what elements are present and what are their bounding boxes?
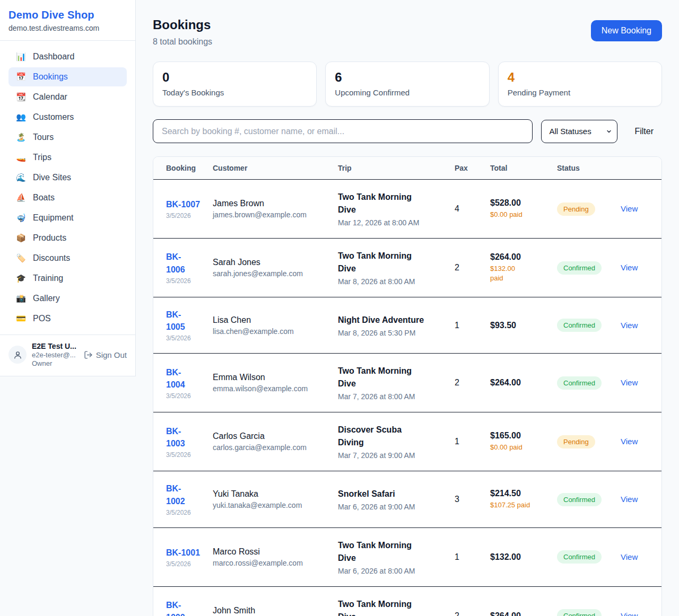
pax-count: 1 bbox=[455, 437, 459, 446]
user-role: Owner bbox=[32, 359, 79, 367]
booking-id-link[interactable]: BK-1007 bbox=[166, 200, 200, 209]
status-filter-select[interactable]: All Statuses bbox=[541, 120, 617, 143]
nav-item-icon: ⛵ bbox=[16, 193, 26, 203]
table-row: BK-1002 3/5/2026 Yuki Tanaka yuki.tanaka… bbox=[153, 471, 662, 527]
customer-email: emma.wilson@example.com bbox=[213, 384, 333, 393]
trip-name: Two Tank Morning Dive bbox=[338, 598, 427, 616]
booking-date: 3/5/2026 bbox=[166, 335, 207, 342]
customer-name: Yuki Tanaka bbox=[213, 489, 333, 499]
bookings-table: BookingCustomerTripPaxTotalStatus BK-100… bbox=[153, 157, 662, 616]
nav-item-label: Calendar bbox=[33, 92, 67, 102]
booking-id-link[interactable]: BK-1001 bbox=[166, 548, 200, 557]
user-name: E2E Test U... bbox=[32, 342, 79, 350]
nav-item-label: Tours bbox=[33, 133, 54, 142]
nav-item-icon: 👥 bbox=[16, 112, 26, 122]
table-row: BK-1007 3/5/2026 James Brown james.brown… bbox=[153, 180, 662, 239]
trip-datetime: Mar 8, 2026 at 5:30 PM bbox=[338, 329, 449, 337]
booking-id-link[interactable]: BK-1003 bbox=[166, 425, 189, 450]
nav-item-label: Products bbox=[33, 233, 66, 243]
page-header: Bookings 8 total bookings New Booking bbox=[153, 17, 662, 47]
sidebar-item-dashboard[interactable]: 📊 Dashboard bbox=[8, 47, 127, 66]
pax-count: 1 bbox=[455, 321, 459, 330]
stat-card-pending-payment: 4 Pending Payment bbox=[498, 61, 662, 107]
view-link[interactable]: View bbox=[621, 495, 638, 504]
sidebar-item-boats[interactable]: ⛵ Boats bbox=[8, 188, 127, 207]
view-link[interactable]: View bbox=[621, 378, 638, 387]
total-amount: $264.00 bbox=[490, 252, 552, 262]
user-email: e2e-tester@... bbox=[32, 351, 79, 359]
booking-id-link[interactable]: BK-1005 bbox=[166, 309, 189, 333]
customer-email: marco.rossi@example.com bbox=[213, 559, 333, 567]
nav-item-label: Boats bbox=[33, 193, 55, 203]
booking-id-link[interactable]: BK-1006 bbox=[166, 251, 189, 275]
booking-date: 3/5/2026 bbox=[166, 392, 207, 400]
booking-date: 3/5/2026 bbox=[166, 451, 207, 459]
booking-date: 3/5/2026 bbox=[166, 509, 207, 516]
nav-item-icon: 💳 bbox=[16, 314, 26, 323]
column-header-status: Status bbox=[557, 157, 621, 180]
status-badge: Confirmed bbox=[557, 261, 602, 275]
sidebar-item-training[interactable]: 🎓 Training bbox=[8, 269, 127, 288]
user-box: E2E Test U... e2e-tester@... Owner Sign … bbox=[0, 335, 135, 376]
sidebar-item-dive-sites[interactable]: 🌊 Dive Sites bbox=[8, 168, 127, 187]
table-row: BK-1006 3/5/2026 Sarah Jones sarah.jones… bbox=[153, 239, 662, 297]
stat-label: Upcoming Confirmed bbox=[335, 88, 480, 97]
sign-out-label: Sign Out bbox=[96, 350, 127, 359]
status-badge: Pending bbox=[557, 203, 595, 216]
customer-email: james.brown@example.com bbox=[213, 210, 333, 219]
view-link[interactable]: View bbox=[621, 321, 638, 330]
trip-name: Snorkel Safari bbox=[338, 488, 427, 500]
nav-item-icon: 📆 bbox=[16, 92, 26, 102]
nav-item-label: Customers bbox=[33, 112, 74, 122]
total-amount: $264.00 bbox=[490, 378, 552, 388]
nav-item-label: POS bbox=[33, 314, 51, 323]
pax-count: 4 bbox=[455, 204, 459, 213]
status-badge: Confirmed bbox=[557, 493, 602, 506]
sidebar-item-pos[interactable]: 💳 POS bbox=[8, 309, 127, 328]
sidebar-item-bookings[interactable]: 📅 Bookings bbox=[8, 67, 127, 86]
sidebar-item-tours[interactable]: 🏝️ Tours bbox=[8, 128, 127, 147]
stat-value: 0 bbox=[162, 70, 307, 85]
sidebar: Demo Dive Shop demo.test.divestreams.com… bbox=[0, 0, 136, 376]
column-header-total: Total bbox=[490, 157, 557, 180]
search-input[interactable] bbox=[153, 119, 533, 143]
sidebar-item-trips[interactable]: 🚤 Trips bbox=[8, 148, 127, 167]
booking-id-link[interactable]: BK-1002 bbox=[166, 482, 189, 507]
pax-count: 2 bbox=[455, 378, 459, 387]
sidebar-item-products[interactable]: 📦 Products bbox=[8, 228, 127, 248]
new-booking-button[interactable]: New Booking bbox=[591, 20, 662, 41]
nav-item-icon: 🌊 bbox=[16, 173, 26, 182]
view-link[interactable]: View bbox=[621, 263, 638, 272]
main-content: Bookings 8 total bookings New Booking 0 … bbox=[136, 0, 679, 616]
view-link[interactable]: View bbox=[621, 611, 638, 616]
avatar bbox=[8, 346, 27, 364]
view-link[interactable]: View bbox=[621, 552, 638, 561]
booking-id-link[interactable]: BK-1000 bbox=[166, 599, 189, 616]
sidebar-item-discounts[interactable]: 🏷️ Discounts bbox=[8, 249, 127, 268]
stat-label: Pending Payment bbox=[508, 88, 652, 97]
filter-button[interactable]: Filter bbox=[626, 122, 662, 140]
sidebar-nav: 📊 Dashboard 📅 Bookings 📆 Calendar 👥 Cust… bbox=[0, 41, 135, 335]
view-link[interactable]: View bbox=[621, 204, 638, 213]
view-link[interactable]: View bbox=[621, 437, 638, 446]
paid-amount: $0.00 paid bbox=[490, 210, 552, 219]
sidebar-item-gallery[interactable]: 📸 Gallery bbox=[8, 289, 127, 308]
page-title: Bookings bbox=[153, 17, 212, 32]
customer-name: Lisa Chen bbox=[213, 315, 333, 325]
sign-out-button[interactable]: Sign Out bbox=[84, 350, 127, 359]
table-row: BK-1004 3/5/2026 Emma Wilson emma.wilson… bbox=[153, 354, 662, 412]
brand-domain: demo.test.divestreams.com bbox=[8, 24, 127, 32]
stat-value: 4 bbox=[508, 70, 652, 85]
customer-name: Sarah Jones bbox=[213, 258, 333, 267]
booking-id-link[interactable]: BK-1004 bbox=[166, 366, 189, 391]
customer-email: lisa.chen@example.com bbox=[213, 327, 333, 336]
table-body: BK-1007 3/5/2026 James Brown james.brown… bbox=[153, 180, 662, 616]
brand-block: Demo Dive Shop demo.test.divestreams.com bbox=[0, 0, 135, 41]
trip-datetime: Mar 6, 2026 at 8:00 AM bbox=[338, 567, 449, 575]
trip-datetime: Mar 8, 2026 at 8:00 AM bbox=[338, 277, 449, 286]
sidebar-item-customers[interactable]: 👥 Customers bbox=[8, 108, 127, 127]
status-badge: Confirmed bbox=[557, 376, 602, 390]
stat-card-upcoming-confirmed: 6 Upcoming Confirmed bbox=[325, 61, 489, 107]
sidebar-item-equipment[interactable]: 🤿 Equipment bbox=[8, 208, 127, 227]
sidebar-item-calendar[interactable]: 📆 Calendar bbox=[8, 87, 127, 107]
